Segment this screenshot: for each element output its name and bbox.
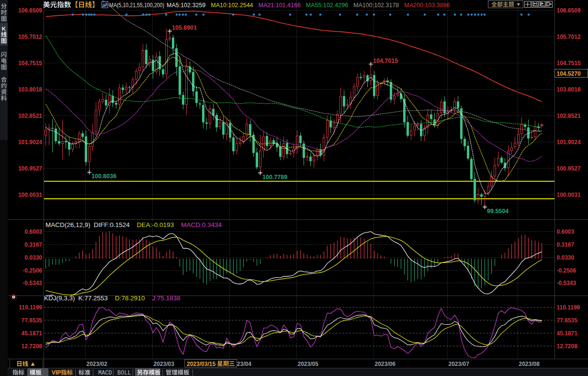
month-label: 2023/07 [449, 361, 470, 367]
kdj-value-2: D:78.2910 [115, 295, 145, 302]
axis-label: 102.8521 [557, 113, 581, 119]
event-dot [389, 13, 392, 16]
event-dot [528, 13, 530, 16]
axis-label: 104.7515 [18, 60, 42, 67]
axis-label: 100.0031 [18, 192, 42, 198]
ma-value-5: MA100:102.3178 [353, 2, 399, 9]
axis-label: 0.3167 [557, 241, 575, 248]
price-annotation: 105.8901 [172, 24, 197, 31]
month-label: 2023/08 [519, 361, 540, 367]
axis-label: 110.1199 [19, 304, 42, 311]
month-label: 2023/06 [375, 361, 396, 367]
event-dot [319, 13, 322, 16]
sidebar-item-2[interactable]: K [0, 23, 8, 46]
ma-value-4: MA55:102.4296 [306, 2, 348, 9]
bottom-tab-5[interactable]: MACD [98, 370, 112, 376]
event-dot [125, 13, 128, 16]
svg-text:MACD: MACD [98, 370, 112, 376]
event-dot [93, 13, 96, 16]
sidebar-chart-type-tabs: K [0, 0, 8, 376]
axis-label: -0.5343 [557, 280, 577, 286]
axis-label: 0.6003 [24, 228, 42, 235]
trading-terminal-window: K 105.8901104.7015100.8036100.778999.550… [0, 0, 588, 376]
ma-params-label: MA(5,10,21,55,100,200) [109, 2, 164, 9]
axis-label: 100.9527 [18, 165, 42, 172]
event-dot [253, 13, 255, 16]
price-annotation: 99.5504 [487, 208, 509, 215]
macd-value-3: MACD:0.3434 [181, 221, 222, 228]
event-dot [142, 13, 145, 16]
axis-label: 0.0330 [557, 254, 575, 261]
axis-label: 45.1871 [22, 330, 43, 337]
month-label: 2023/05 [298, 361, 319, 367]
event-dot [310, 13, 312, 16]
axis-label: 0.6003 [557, 228, 575, 235]
axis-label: 77.6535 [22, 317, 43, 324]
bottom-tab-7[interactable] [135, 368, 160, 376]
month-label: 2023/02 [87, 361, 108, 367]
event-dot [520, 13, 523, 16]
event-dot [460, 13, 463, 16]
chart-plot-area[interactable] [44, 0, 555, 359]
month-label: 2023/03 [154, 361, 175, 367]
axis-label: 45.1871 [557, 330, 578, 337]
axis-label: 105.7012 [557, 34, 581, 40]
macd-value-2: DEA:-0.0193 [137, 221, 174, 228]
event-dot [467, 13, 470, 16]
kdj-value-1: K:77.2553 [79, 295, 108, 302]
svg-text:K: K [2, 26, 6, 32]
event-dot [454, 13, 456, 16]
crosshair-price-label: 104.5270 [557, 70, 581, 77]
ma-value-3: MA21:101.4166 [259, 2, 301, 9]
axis-label: -0.2506 [23, 267, 42, 274]
event-dot [72, 13, 74, 16]
event-dot [176, 13, 178, 16]
axis-label: 104.7515 [557, 60, 581, 67]
event-dot [474, 13, 476, 16]
tab-bar-background [8, 368, 588, 376]
event-dot [195, 13, 198, 16]
axis-label: 102.8521 [18, 113, 42, 119]
ma-value-6: MA200:103.3886 [404, 2, 450, 9]
axis-label: 103.8018 [18, 86, 42, 93]
event-dot [82, 13, 84, 16]
event-dot [85, 13, 88, 16]
event-dot [148, 13, 151, 16]
candle [373, 71, 375, 98]
axis-label: 0.0330 [24, 254, 42, 261]
crosshair-date-box: 2023/03/15 [185, 360, 237, 367]
crosshair-price-box: 104.5270 [555, 69, 588, 78]
axis-label: 12.7208 [22, 343, 43, 350]
event-dot [305, 13, 308, 16]
event-dot [179, 13, 181, 16]
axis-label: -0.5343 [23, 280, 42, 286]
event-dot [203, 13, 205, 16]
axis-label: 101.9024 [18, 139, 42, 146]
axis-label: 100.0031 [557, 192, 581, 198]
event-dot [407, 13, 409, 16]
axis-label: 0.3167 [24, 241, 42, 248]
event-dot [182, 13, 184, 16]
ma-value-1: MA5:102.3259 [167, 2, 205, 9]
event-dot [289, 13, 292, 16]
axis-label: 106.6509 [18, 7, 42, 14]
bottom-tab-2[interactable] [28, 368, 48, 376]
price-annotation: 100.8036 [91, 173, 116, 180]
svg-text:BOLL: BOLL [117, 370, 131, 376]
macd-title: MACD(26,12,9) [45, 221, 90, 228]
bottom-tab-6[interactable]: BOLL [117, 370, 131, 376]
candle [470, 157, 473, 182]
chart-header: MA(5,10,21,55,100,200)MA5:102.3259MA10:1… [43, 1, 450, 9]
event-dot [90, 13, 93, 16]
event-dot [366, 13, 368, 16]
event-dot [477, 13, 480, 16]
axis-label: 105.7012 [18, 34, 42, 40]
event-dot [356, 13, 359, 16]
svg-text:VIP: VIP [52, 369, 61, 376]
kdj-value-3: J:75.1838 [152, 295, 180, 302]
price-annotation: 100.7789 [262, 174, 287, 181]
sidebar-lower-fill [0, 140, 8, 376]
event-dot [471, 13, 473, 16]
axis-label: 106.6509 [557, 7, 581, 14]
event-dot [481, 13, 483, 16]
